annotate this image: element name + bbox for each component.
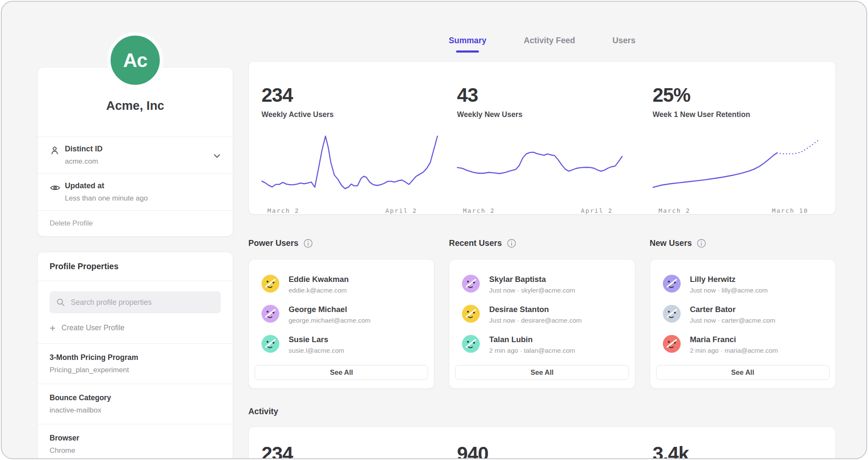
activity-stat-2: 940 [444, 444, 640, 459]
see-all-button[interactable]: See All [656, 365, 829, 380]
user-name: Skylar Baptista [489, 275, 575, 284]
avatar [462, 305, 480, 323]
user-row-talan-lubin[interactable]: Talan Lubin2 min ago · talan@acme.com [455, 335, 629, 354]
avatar [462, 335, 480, 353]
user-row-maria-franci[interactable]: Maria Franci2 min ago · maria@acme.com [656, 335, 829, 354]
user-texts: Talan Lubin2 min ago · talan@acme.com [489, 335, 575, 354]
section-new-users: New UsersLilly HerwitzJust now · lilly@a… [650, 238, 836, 389]
user-row-lilly-herwitz[interactable]: Lilly HerwitzJust now · lilly@acme.com [656, 275, 829, 294]
user-name: Carter Bator [690, 305, 776, 314]
user-row-carter-bator[interactable]: Carter BatorJust now · carter@acme.com [656, 305, 829, 324]
axis-label-right: April 2 [581, 207, 613, 214]
section-title: Power Users [248, 238, 298, 248]
user-texts: Skylar BaptistaJust now · skyler@acme.co… [489, 275, 575, 294]
user-texts: George Michaelgeorge.michael@acme.com [289, 305, 370, 324]
stat-week-1-new-user-retention: 25%Week 1 New User RetentionMarch 2March… [640, 61, 835, 214]
search-profile-properties-input[interactable] [70, 298, 214, 307]
app-window: Ac Acme, Inc Distinct IDacme.comUpdated … [1, 1, 867, 459]
avatar [262, 275, 279, 293]
avatar [663, 335, 681, 353]
search-box[interactable] [50, 291, 221, 313]
user-detail: 2 min ago · talan@acme.com [489, 347, 575, 354]
see-all-button[interactable]: See All [255, 365, 428, 380]
property-name: Bounce Category [50, 393, 221, 402]
profile-properties-search-area [38, 281, 233, 313]
user-row-desirae-stanton[interactable]: Desirae StantonJust now · desirare@acme.… [455, 305, 629, 324]
user-detail: Just now · desirare@acme.com [489, 317, 581, 324]
property-row-bounce-category: Bounce Categoryinactive-mailbox [38, 384, 233, 424]
axis-labels: March 2March 10 [653, 207, 830, 214]
activity-stat-3: 3.4k [640, 444, 835, 459]
user-name: Susie Lars [289, 335, 344, 344]
info-icon[interactable] [507, 239, 516, 248]
property-name: Browser [50, 434, 221, 443]
axis-label-left: March 2 [659, 207, 690, 214]
info-icon[interactable] [303, 239, 313, 248]
user-detail: eddie.k@acme.com [289, 287, 349, 294]
user-detail: Just now · skyler@acme.com [489, 287, 575, 294]
user-name: Maria Franci [690, 335, 778, 344]
user-row-susie-lars[interactable]: Susie Larssusie.l@acme.com [255, 335, 428, 354]
axis-labels: March 2April 2 [457, 207, 634, 214]
tab-users[interactable]: Users [612, 36, 635, 45]
main-content: SummaryActivity FeedUsers 234Weekly Acti… [248, 2, 836, 458]
avatar [262, 335, 279, 353]
tab-label: Activity Feed [524, 36, 575, 45]
avatar [462, 275, 480, 293]
profile-card: Acme, Inc Distinct IDacme.comUpdated atL… [37, 67, 233, 237]
user-list-card: Skylar BaptistaJust now · skyler@acme.co… [449, 259, 635, 389]
activity-stat-value: 940 [457, 444, 640, 459]
stat-weekly-active-users: 234Weekly Active UsersMarch 2April 2 [249, 61, 444, 214]
user-list-card: Eddie Kwakmaneddie.k@acme.comGeorge Mich… [248, 259, 434, 389]
user-name: Talan Lubin [489, 335, 575, 344]
field-texts: Distinct IDacme.com [65, 145, 221, 166]
activity-stat-value: 234 [262, 444, 444, 459]
section-title: New Users [650, 238, 692, 248]
activity-card: 2349403.4k [248, 427, 836, 459]
property-row-browser: BrowserChrome [38, 424, 233, 459]
section-power-users: Power UsersEddie Kwakmaneddie.k@acme.com… [248, 238, 434, 389]
property-value: Chrome [50, 446, 221, 455]
axis-label-right: April 2 [385, 207, 417, 214]
user-texts: Maria Franci2 min ago · maria@acme.com [690, 335, 778, 354]
activity-title: Activity [248, 407, 836, 416]
summary-card: 234Weekly Active UsersMarch 2April 243We… [248, 61, 836, 215]
user-name: Eddie Kwakman [289, 275, 349, 284]
user-detail: susie.l@acme.com [289, 347, 344, 354]
info-icon[interactable] [697, 239, 706, 248]
plus-icon: + [50, 324, 56, 332]
user-name: George Michael [289, 305, 370, 314]
user-row-skylar-baptista[interactable]: Skylar BaptistaJust now · skyler@acme.co… [455, 275, 629, 294]
company-avatar: Ac [107, 32, 163, 88]
activity-stat-1: 234 [249, 444, 444, 459]
field-texts: Updated atLess than one minute ago [65, 181, 221, 203]
tab-label: Users [612, 36, 635, 45]
stat-value: 234 [262, 85, 439, 105]
company-avatar-initials: Ac [123, 49, 147, 72]
field-row-updated-at: Updated atLess than one minute ago [38, 173, 233, 210]
tab-label: Summary [449, 36, 487, 45]
stat-value: 43 [457, 85, 634, 105]
profile-properties-card: Profile Properties + Create User Profile… [37, 252, 233, 459]
create-user-profile-label: Create User Profile [61, 323, 125, 332]
avatar [262, 305, 279, 323]
user-row-george-michael[interactable]: George Michaelgeorge.michael@acme.com [255, 305, 428, 324]
avatar [663, 275, 681, 293]
user-detail: 2 min ago · maria@acme.com [690, 347, 778, 354]
user-detail: Just now · lilly@acme.com [690, 287, 768, 294]
see-all-button[interactable]: See All [455, 365, 629, 380]
property-value: inactive-mailbox [50, 406, 221, 415]
sparkline-chart [653, 132, 830, 200]
stat-weekly-new-users: 43Weekly New UsersMarch 2April 2 [444, 61, 640, 214]
tab-activity-feed[interactable]: Activity Feed [524, 36, 575, 45]
user-row-eddie-kwakman[interactable]: Eddie Kwakmaneddie.k@acme.com [255, 275, 428, 294]
field-row-distinct-id[interactable]: Distinct IDacme.com [38, 137, 233, 173]
chevron-down-icon[interactable] [212, 151, 222, 162]
create-user-profile-button[interactable]: + Create User Profile [50, 323, 221, 332]
avatar [663, 305, 681, 323]
field-label: Distinct ID [65, 145, 221, 153]
stat-label: Weekly Active Users [262, 110, 439, 119]
delete-profile-button[interactable]: Delete Profile [38, 210, 233, 236]
tab-summary[interactable]: Summary [449, 36, 487, 53]
field-value: Less than one minute ago [65, 194, 221, 203]
